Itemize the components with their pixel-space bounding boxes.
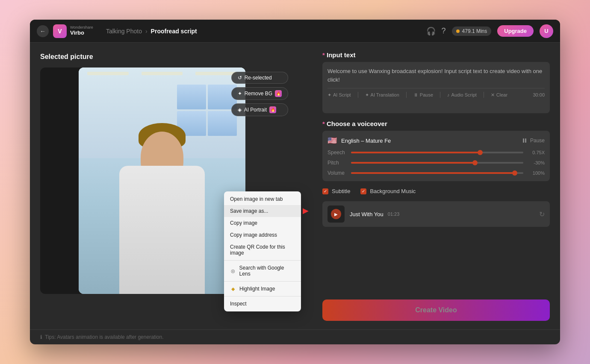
remove-bg-button[interactable]: ✦ Remove BG 🔥 <box>231 87 288 100</box>
logo-text: Wondershare Virbo <box>70 26 93 36</box>
music-play-button[interactable]: ▶ <box>331 209 341 219</box>
remove-bg-icon: ✦ <box>238 91 242 97</box>
volume-thumb[interactable] <box>512 170 517 176</box>
speech-value: 0.75X <box>528 150 545 155</box>
clear-icon: ✕ <box>491 92 495 98</box>
input-text-content: Welcome to use Wanxing broadcast explosi… <box>327 67 545 84</box>
remove-bg-badge: 🔥 <box>275 90 282 97</box>
input-text-toolbar: ✦ AI Script ✦ AI Translation ⏸ Pause <box>327 88 545 98</box>
context-open-label: Open image in new tab <box>230 196 283 202</box>
toolbar-pause[interactable]: ⏸ Pause <box>413 92 433 97</box>
light-3 <box>195 72 237 75</box>
input-text-title: * Input text <box>322 51 550 59</box>
photo-lights <box>79 72 245 75</box>
mins-label: 479.1 Mins <box>462 28 487 34</box>
google-lens-icon: ◎ <box>230 268 236 274</box>
volume-slider-row: Volume 100% <box>327 170 545 176</box>
speech-thumb[interactable] <box>478 150 483 155</box>
app-window: ← V Wondershare Virbo Talking Photo › Pr… <box>30 20 560 344</box>
footer: ℹ Tips: Avatars animation is available a… <box>30 329 560 344</box>
ai-script-icon: ✦ <box>327 92 331 98</box>
headphone-icon[interactable]: 🎧 <box>426 26 436 36</box>
subtitle-label: Subtitle <box>332 188 350 194</box>
header: ← V Wondershare Virbo Talking Photo › Pr… <box>30 20 560 43</box>
subtitle-checkbox[interactable]: ✓ <box>322 188 328 194</box>
context-menu-highlight[interactable]: ◆ Highlight Image <box>224 283 301 295</box>
input-text-box[interactable]: Welcome to use Wanxing broadcast explosi… <box>322 62 550 113</box>
voiceover-row: 🇺🇸 English – Mature Fe Pause <box>327 136 545 145</box>
pitch-value: -30% <box>528 160 545 165</box>
context-inspect-label: Inspect <box>230 301 247 307</box>
cursor-icon: ▶ <box>303 206 309 215</box>
context-highlight-label: Highlight Image <box>239 286 275 292</box>
toolbar-divider-2 <box>406 92 407 98</box>
context-menu-inspect[interactable]: Inspect <box>224 298 301 310</box>
pause-bars-icon <box>521 137 528 144</box>
toolbar-ai-script[interactable]: ✦ AI Script <box>327 92 351 98</box>
speech-slider[interactable] <box>351 152 523 153</box>
create-video-button[interactable]: Create Video <box>322 299 550 321</box>
context-menu-divider-2 <box>224 281 301 282</box>
reselected-button[interactable]: ↺ Re-selected <box>231 72 288 84</box>
breadcrumb-arrow-icon: › <box>145 28 148 35</box>
context-menu-open-new-tab[interactable]: Open image in new tab <box>224 193 301 205</box>
office-photo <box>79 68 245 294</box>
toolbar-clear[interactable]: ✕ Clear <box>491 92 507 98</box>
light-1 <box>87 72 129 75</box>
pitch-slider-row: Pitch -30% <box>327 160 545 166</box>
right-panel: * Input text Welcome to use Wanxing broa… <box>312 43 560 329</box>
voiceover-box: 🇺🇸 English – Mature Fe Pause Speech <box>322 131 550 181</box>
pitch-slider[interactable] <box>351 162 523 164</box>
ai-portrait-button[interactable]: ◈ AI Portrait 🔥 <box>231 103 288 116</box>
highlight-icon: ◆ <box>230 286 236 292</box>
toolbar-time: 30:00 <box>533 92 545 97</box>
pause-bar-1 <box>523 138 524 143</box>
input-text-title-text: Input text <box>327 51 356 59</box>
ai-translation-icon: ✦ <box>365 92 369 98</box>
remove-bg-label: Remove BG <box>245 91 272 97</box>
speech-fill <box>351 152 480 153</box>
breadcrumb-parent[interactable]: Talking Photo <box>106 28 142 35</box>
image-container: ↺ Re-selected ✦ Remove BG 🔥 ◈ AI Portrai… <box>40 68 245 294</box>
context-menu-copy-address[interactable]: Copy image address <box>224 229 301 241</box>
voiceover-title: * Choose a voiceover <box>322 120 550 127</box>
pause-label: Pause <box>530 138 545 144</box>
voice-pause-button[interactable]: Pause <box>521 137 545 144</box>
toolbar-divider-1 <box>358 92 358 98</box>
reselected-label: Re-selected <box>245 75 272 81</box>
required-star-2: * <box>322 120 325 127</box>
voice-name-label: English – Mature Fe <box>341 138 517 144</box>
music-duration: 01:23 <box>388 211 400 217</box>
product-label: Virbo <box>70 30 93 36</box>
upgrade-button[interactable]: Upgrade <box>497 25 534 37</box>
music-refresh-icon[interactable]: ↻ <box>539 210 545 218</box>
avatar: U <box>540 24 553 38</box>
volume-value: 100% <box>528 170 545 176</box>
music-track: ▶ Just With You 01:23 ↻ <box>322 201 550 227</box>
volume-slider[interactable] <box>351 172 523 174</box>
context-menu-save-as[interactable]: Save image as... ▶ <box>224 205 301 217</box>
ai-script-label: AI Script <box>333 92 351 97</box>
help-icon[interactable]: ? <box>442 26 446 35</box>
context-menu-create-qr[interactable]: Create QR Code for this image <box>224 241 301 259</box>
logo-area: V Wondershare Virbo <box>53 24 93 38</box>
context-menu: Open image in new tab Save image as... ▶… <box>224 191 301 311</box>
back-button[interactable]: ← <box>37 25 49 37</box>
pause-toolbar-icon: ⏸ <box>413 92 418 97</box>
bg-music-checkbox[interactable]: ✓ <box>360 188 366 194</box>
context-menu-google-lens[interactable]: ◎ Search with Google Lens <box>224 262 301 280</box>
toolbar-ai-translation[interactable]: ✦ AI Translation <box>365 92 399 98</box>
person-body <box>119 166 205 294</box>
speech-slider-row: Speech 0.75X <box>327 150 545 156</box>
context-menu-divider-3 <box>224 296 301 296</box>
music-title: Just With You <box>350 211 384 217</box>
volume-fill <box>351 172 515 174</box>
footer-tip-text: Tips: Avatars animation is available aft… <box>45 334 164 340</box>
pitch-thumb[interactable] <box>472 160 478 165</box>
selected-picture-title: Selected picture <box>40 53 302 61</box>
context-menu-copy-image[interactable]: Copy image <box>224 217 301 229</box>
header-right: 🎧 ? 479.1 Mins Upgrade U <box>426 24 553 38</box>
clear-label: Clear <box>496 92 507 97</box>
toolbar-audio-script[interactable]: ♪ Audio Script <box>447 92 477 97</box>
reselected-icon: ↺ <box>238 75 242 81</box>
